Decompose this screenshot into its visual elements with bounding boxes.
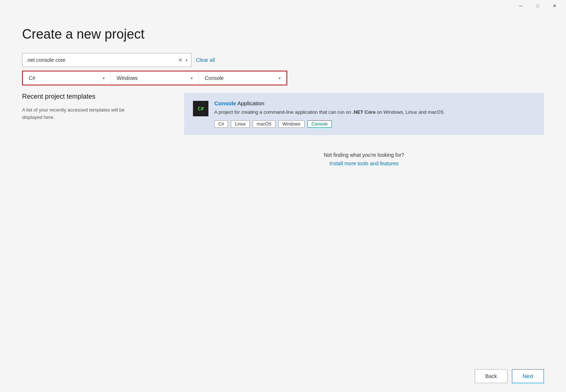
- tag-console: Console: [307, 120, 332, 128]
- maximize-button[interactable]: □: [529, 0, 546, 12]
- footer: Back Next: [0, 363, 566, 392]
- tag-windows: Windows: [278, 120, 305, 128]
- language-filter-label: C#: [29, 75, 35, 81]
- main-window: ─ □ ✕ Create a new project ✕ ▾ Clear a: [0, 0, 566, 392]
- left-panel: Recent project templates A list of your …: [22, 93, 169, 352]
- install-tools-link[interactable]: Install more tools and features: [330, 160, 399, 166]
- template-desc-suffix: on Windows, Linux and macOS: [376, 109, 444, 115]
- project-type-filter-arrow-icon: ▾: [279, 76, 281, 80]
- search-dropdown-arrow-icon[interactable]: ▾: [186, 58, 187, 62]
- close-button[interactable]: ✕: [546, 0, 563, 12]
- template-icon-label: C#: [198, 106, 204, 112]
- recent-templates-description: A list of your recently accessed templat…: [22, 106, 129, 121]
- search-row: ✕ ▾ Clear all: [22, 53, 544, 67]
- template-title-highlight: Console: [214, 100, 236, 106]
- search-clear-icon[interactable]: ✕: [178, 57, 183, 63]
- template-info: Console Application A project for creati…: [214, 100, 535, 128]
- template-icon: C#: [193, 101, 208, 116]
- project-type-filter-label: Console: [205, 75, 224, 81]
- template-tags: C# Linux macOS Windows Console: [214, 120, 535, 128]
- platform-filter-dropdown[interactable]: Windows ▾: [111, 71, 199, 85]
- language-filter-dropdown[interactable]: C# ▾: [23, 71, 111, 85]
- next-button[interactable]: Next: [512, 369, 544, 383]
- template-card[interactable]: C# Console Application A project for cre…: [184, 93, 544, 135]
- right-panel: C# Console Application A project for cre…: [184, 93, 544, 352]
- template-desc-bold: .NET Core: [352, 109, 376, 115]
- filters-row: C# ▾ Windows ▾ Console ▾: [22, 71, 287, 85]
- clear-all-link[interactable]: Clear all: [196, 57, 215, 63]
- top-section: ✕ ▾ Clear all C# ▾ Windows ▾: [22, 53, 544, 85]
- not-finding-text: Not finding what you're looking for?: [184, 152, 544, 158]
- search-input[interactable]: [26, 57, 178, 63]
- search-box-icons: ✕ ▾: [178, 57, 187, 63]
- template-desc: A project for creating a command-line ap…: [214, 109, 535, 116]
- page-title: Create a new project: [22, 27, 544, 42]
- tag-csharp: C#: [214, 120, 228, 128]
- search-area: ✕ ▾ Clear all C# ▾ Windows ▾: [22, 53, 544, 85]
- template-desc-prefix: A project for creating a command-line ap…: [214, 109, 352, 115]
- tag-macos: macOS: [253, 120, 275, 128]
- search-box-container: ✕ ▾: [22, 53, 191, 67]
- template-title-suffix: Application: [236, 100, 264, 106]
- platform-filter-arrow-icon: ▾: [191, 76, 193, 80]
- project-type-filter-dropdown[interactable]: Console ▾: [199, 71, 286, 85]
- not-finding-section: Not finding what you're looking for? Ins…: [184, 152, 544, 167]
- recent-templates-title: Recent project templates: [22, 93, 169, 100]
- tag-linux: Linux: [231, 120, 250, 128]
- main-content: Create a new project ✕ ▾ Clear all: [0, 12, 566, 363]
- titlebar: ─ □ ✕: [0, 0, 566, 12]
- body-section: Recent project templates A list of your …: [22, 93, 544, 352]
- back-button[interactable]: Back: [475, 369, 507, 383]
- template-title: Console Application: [214, 100, 535, 106]
- language-filter-arrow-icon: ▾: [103, 76, 105, 80]
- minimize-button[interactable]: ─: [512, 0, 529, 12]
- platform-filter-label: Windows: [117, 75, 138, 81]
